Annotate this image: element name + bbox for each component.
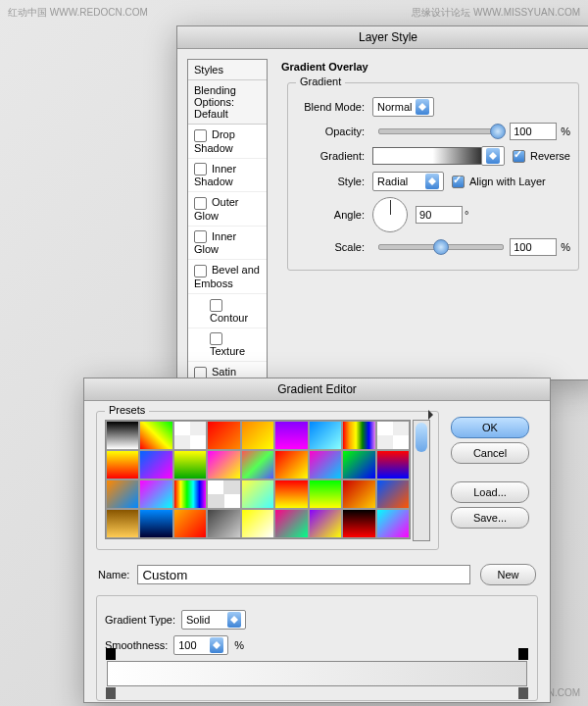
gradient-swatch[interactable] [372, 147, 482, 165]
preset-swatch[interactable] [342, 421, 375, 450]
gradient-editor-window: Gradient Editor Presets OK Cancel Load..… [83, 378, 551, 703]
color-stop-right[interactable] [518, 687, 528, 699]
preset-swatch[interactable] [106, 479, 139, 509]
preset-swatch[interactable] [274, 421, 308, 450]
preset-swatch[interactable] [106, 509, 139, 538]
preset-swatches[interactable] [105, 420, 411, 539]
preset-swatch[interactable] [106, 450, 139, 479]
reverse-checkbox[interactable] [513, 150, 525, 163]
layer-style-title: Layer Style [177, 26, 588, 49]
preset-swatch[interactable] [274, 509, 308, 538]
presets-scrollbar[interactable] [413, 420, 430, 541]
blending-options[interactable]: Blending Options: Default [188, 80, 267, 125]
preset-swatch[interactable] [173, 421, 207, 450]
angle-input[interactable] [416, 206, 463, 224]
preset-swatch[interactable] [274, 450, 308, 479]
style-select[interactable]: Radial [372, 172, 444, 191]
effect-texture[interactable]: Texture [188, 328, 267, 363]
opacity-stop-left[interactable] [106, 648, 116, 660]
scale-input[interactable] [510, 238, 557, 256]
presets-group: Presets [96, 411, 439, 550]
preset-swatch[interactable] [241, 421, 274, 450]
styles-header[interactable]: Styles [188, 60, 267, 80]
effect-outer-glow[interactable]: Outer Glow [188, 192, 267, 227]
effect-inner-glow[interactable]: Inner Glow [188, 227, 267, 261]
preset-swatch[interactable] [376, 450, 410, 479]
presets-flyout-icon[interactable] [428, 410, 438, 420]
preset-swatch[interactable] [173, 450, 207, 479]
gradient-editor-title: Gradient Editor [84, 378, 550, 401]
preset-swatch[interactable] [241, 450, 274, 479]
preset-swatch[interactable] [342, 479, 375, 509]
panel-title: Gradient Overlay [281, 61, 588, 73]
preset-swatch[interactable] [139, 479, 172, 509]
smoothness-input[interactable]: 100 [173, 635, 228, 655]
preset-swatch[interactable] [207, 450, 240, 479]
preset-swatch[interactable] [376, 509, 410, 538]
preset-swatch[interactable] [173, 509, 207, 538]
preset-swatch[interactable] [309, 421, 342, 450]
preset-swatch[interactable] [274, 479, 308, 509]
gradient-group: Gradient Blend Mode: Normal Opacity: % G… [287, 82, 579, 271]
preset-swatch[interactable] [309, 509, 342, 538]
angle-dial[interactable] [372, 197, 408, 232]
preset-swatch[interactable] [207, 421, 240, 450]
new-button[interactable]: New [480, 564, 536, 585]
gradient-bar[interactable] [107, 661, 527, 686]
gradient-settings: Gradient Type: Solid Smoothness: 100 % [96, 595, 538, 701]
preset-swatch[interactable] [241, 509, 274, 538]
opacity-input[interactable] [510, 123, 557, 140]
watermark-tr: 思缘设计论坛 WWW.MISSYUAN.COM [412, 6, 580, 20]
effect-bevel[interactable]: Bevel and Emboss [188, 260, 267, 294]
gradient-type-select[interactable]: Solid [181, 610, 246, 630]
save-button[interactable]: Save... [451, 507, 529, 529]
scale-slider[interactable] [378, 244, 504, 250]
preset-swatch[interactable] [342, 450, 375, 479]
cancel-button[interactable]: Cancel [451, 442, 529, 464]
name-input[interactable] [137, 565, 470, 584]
gradient-dropdown[interactable] [481, 146, 505, 166]
preset-swatch[interactable] [173, 479, 207, 509]
preset-swatch[interactable] [376, 421, 410, 450]
ok-button[interactable]: OK [451, 417, 529, 438]
preset-swatch[interactable] [139, 421, 172, 450]
preset-swatch[interactable] [106, 421, 139, 450]
preset-swatch[interactable] [241, 479, 274, 509]
preset-swatch[interactable] [309, 450, 342, 479]
preset-swatch[interactable] [207, 509, 240, 538]
preset-swatch[interactable] [139, 509, 172, 538]
preset-swatch[interactable] [342, 509, 375, 538]
preset-swatch[interactable] [309, 479, 342, 509]
blend-mode-select[interactable]: Normal [372, 97, 434, 117]
effect-inner-shadow[interactable]: Inner Shadow [188, 159, 267, 193]
preset-swatch[interactable] [139, 450, 172, 479]
opacity-slider[interactable] [378, 128, 504, 134]
watermark-tl: 红动中国 WWW.REDOCN.COM [8, 6, 148, 20]
load-button[interactable]: Load... [451, 481, 529, 503]
effect-drop-shadow[interactable]: Drop Shadow [188, 125, 267, 159]
preset-swatch[interactable] [376, 479, 410, 509]
align-checkbox[interactable] [452, 176, 465, 188]
color-stop-left[interactable] [106, 687, 116, 699]
effect-contour[interactable]: Contour [188, 294, 267, 328]
layer-style-window: Layer Style Styles Blending Options: Def… [176, 25, 588, 380]
opacity-stop-right[interactable] [518, 648, 528, 660]
preset-swatch[interactable] [207, 479, 240, 509]
